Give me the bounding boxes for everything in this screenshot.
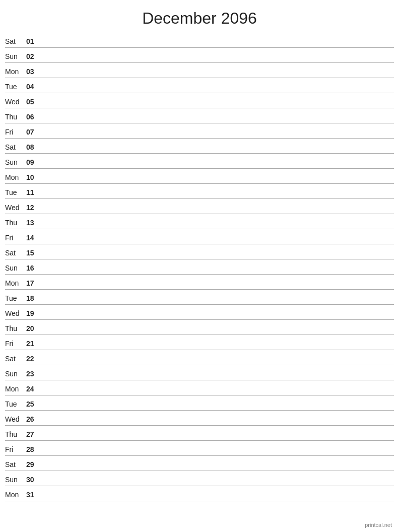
- day-row: Tue04: [5, 78, 394, 93]
- day-row: Wed26: [5, 411, 394, 426]
- day-number: 09: [26, 158, 40, 167]
- day-line: [40, 137, 394, 137]
- day-number: 19: [26, 309, 40, 318]
- day-name: Tue: [5, 188, 26, 197]
- day-row: Tue18: [5, 290, 394, 305]
- day-name: Mon: [5, 68, 26, 77]
- day-line: [40, 393, 394, 394]
- day-row: Sat29: [5, 456, 394, 471]
- day-line: [40, 257, 394, 258]
- day-number: 04: [26, 83, 40, 92]
- day-line: [40, 212, 394, 213]
- day-row: Sun16: [5, 259, 394, 275]
- day-number: 25: [26, 400, 40, 409]
- day-number: 02: [26, 52, 40, 61]
- day-line: [40, 409, 394, 409]
- day-number: 29: [26, 460, 40, 470]
- day-name: Sat: [5, 249, 26, 258]
- day-line: [40, 484, 394, 485]
- day-name: Thu: [5, 219, 26, 228]
- day-name: Mon: [5, 279, 26, 288]
- day-line: [40, 152, 394, 152]
- day-number: 15: [26, 249, 40, 258]
- day-row: Fri28: [5, 441, 394, 456]
- day-name: Fri: [5, 340, 26, 349]
- day-line: [40, 76, 394, 77]
- day-row: Fri21: [5, 335, 394, 350]
- day-name: Fri: [5, 445, 26, 454]
- day-number: 18: [26, 294, 40, 303]
- day-number: 03: [26, 68, 40, 77]
- day-row: Sat15: [5, 244, 394, 259]
- day-number: 10: [26, 173, 40, 182]
- day-number: 11: [26, 188, 40, 197]
- day-name: Mon: [5, 385, 26, 394]
- day-line: [40, 363, 394, 364]
- day-number: 05: [26, 98, 40, 107]
- day-number: 13: [26, 219, 40, 228]
- day-row: Thu27: [5, 426, 394, 441]
- day-line: [40, 499, 394, 500]
- day-row: Wed19: [5, 305, 394, 320]
- footer-text: printcal.net: [365, 522, 392, 528]
- day-name: Sat: [5, 460, 26, 470]
- day-row: Mon17: [5, 275, 394, 290]
- day-line: [40, 333, 394, 334]
- day-name: Mon: [5, 491, 26, 500]
- day-number: 16: [26, 264, 40, 273]
- day-number: 27: [26, 430, 40, 439]
- day-row: Tue25: [5, 395, 394, 411]
- day-number: 28: [26, 445, 40, 454]
- day-line: [40, 424, 394, 424]
- day-line: [40, 167, 394, 167]
- day-name: Wed: [5, 415, 26, 424]
- day-line: [40, 197, 394, 197]
- day-line: [40, 106, 394, 107]
- page-title: December 2096: [0, 0, 399, 33]
- day-row: Mon31: [5, 486, 394, 501]
- day-row: Thu06: [5, 108, 394, 123]
- day-row: Fri07: [5, 123, 394, 139]
- day-row: Sun30: [5, 471, 394, 486]
- day-number: 01: [26, 37, 40, 46]
- day-name: Sun: [5, 158, 26, 167]
- day-line: [40, 46, 394, 46]
- day-row: Fri14: [5, 229, 394, 244]
- day-row: Thu13: [5, 214, 394, 229]
- day-name: Tue: [5, 400, 26, 409]
- day-line: [40, 91, 394, 92]
- day-number: 17: [26, 279, 40, 288]
- day-line: [40, 303, 394, 303]
- day-number: 12: [26, 204, 40, 213]
- day-name: Sat: [5, 143, 26, 152]
- day-name: Sun: [5, 370, 26, 379]
- day-line: [40, 273, 394, 273]
- day-name: Wed: [5, 98, 26, 107]
- day-line: [40, 227, 394, 228]
- day-line: [40, 121, 394, 122]
- day-line: [40, 454, 394, 454]
- day-row: Tue11: [5, 184, 394, 199]
- day-line: [40, 182, 394, 182]
- day-number: 06: [26, 113, 40, 122]
- day-row: Mon24: [5, 380, 394, 395]
- day-name: Thu: [5, 324, 26, 334]
- day-name: Fri: [5, 128, 26, 137]
- day-name: Sun: [5, 52, 26, 61]
- day-name: Sat: [5, 37, 26, 46]
- day-name: Mon: [5, 173, 26, 182]
- day-row: Sun09: [5, 154, 394, 169]
- day-number: 31: [26, 491, 40, 500]
- day-number: 26: [26, 415, 40, 424]
- day-number: 14: [26, 234, 40, 243]
- day-row: Sun23: [5, 365, 394, 380]
- day-row: Thu20: [5, 320, 394, 335]
- day-line: [40, 439, 394, 439]
- day-line: [40, 469, 394, 470]
- day-name: Tue: [5, 83, 26, 92]
- calendar-container: Sat01Sun02Mon03Tue04Wed05Thu06Fri07Sat08…: [0, 33, 399, 501]
- day-row: Mon03: [5, 63, 394, 78]
- day-name: Thu: [5, 113, 26, 122]
- day-name: Sun: [5, 264, 26, 273]
- day-line: [40, 318, 394, 318]
